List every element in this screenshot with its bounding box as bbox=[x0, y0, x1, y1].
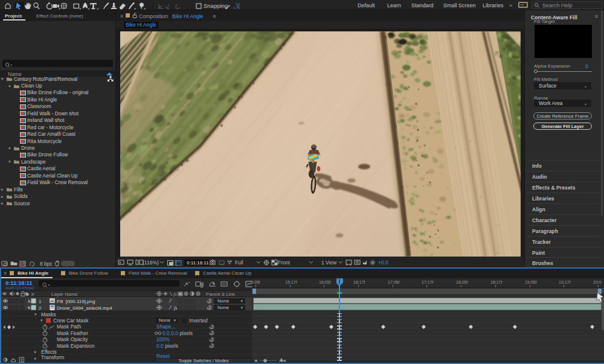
svg-text:Parent & Link: Parent & Link bbox=[206, 292, 236, 297]
svg-text:fx: fx bbox=[173, 292, 177, 297]
svg-text:Snapping: Snapping bbox=[204, 2, 228, 9]
svg-text:#: # bbox=[31, 292, 34, 297]
svg-text:0:11:16:11: 0:11:16:11 bbox=[187, 260, 209, 266]
svg-text:1: 1 bbox=[39, 299, 42, 304]
svg-text:Layer Name: Layer Name bbox=[51, 292, 78, 297]
svg-text:Front: Front bbox=[278, 260, 290, 266]
svg-text:+0.0: +0.0 bbox=[378, 260, 388, 266]
svg-text:(116%): (116%) bbox=[143, 260, 159, 266]
svg-text:1 View: 1 View bbox=[321, 260, 337, 266]
svg-text:8 bpc: 8 bpc bbox=[40, 261, 53, 267]
svg-text:Full: Full bbox=[235, 260, 243, 266]
svg-text:2: 2 bbox=[39, 305, 42, 311]
